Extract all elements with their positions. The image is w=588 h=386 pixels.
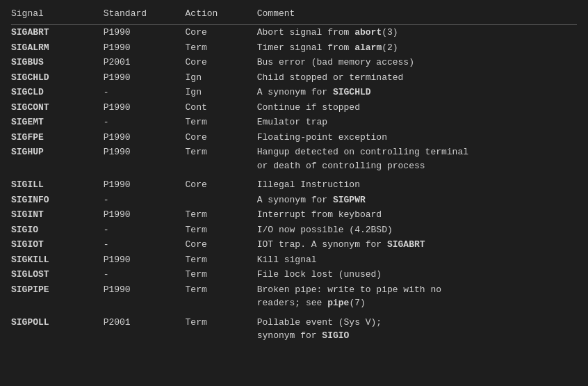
signal-standard: - — [104, 237, 186, 252]
signal-comment: Continue if stopped — [257, 100, 577, 115]
signal-standard: P2001 — [104, 55, 186, 70]
signal-standard: P1990 — [104, 207, 186, 223]
table-row: SIGCHLDP1990IgnChild stopped or terminat… — [11, 70, 577, 86]
signal-comment: I/O now possible (4.2BSD) — [257, 223, 577, 238]
signal-name: SIGINT — [11, 207, 104, 223]
signal-name: SIGCONT — [11, 100, 104, 115]
table-row: SIGPOLLP2001TermPollable event (Sys V); … — [11, 315, 577, 344]
signal-standard: P2001 — [104, 315, 186, 344]
signal-comment: Emulator trap — [257, 115, 577, 130]
signal-comment: Floating-point exception — [257, 130, 577, 145]
signal-action: Term — [186, 115, 257, 130]
col-header-standard: Standard — [104, 6, 186, 24]
table-row: SIGINFO-A synonym for SIGPWR — [11, 193, 577, 208]
signal-action: Term — [186, 315, 257, 344]
signal-comment: Kill signal — [257, 252, 577, 268]
signal-comment: A synonym for SIGPWR — [257, 193, 577, 208]
signal-comment: Bus error (bad memory access) — [257, 55, 577, 70]
signal-standard: P1990 — [104, 70, 186, 86]
signal-name: SIGALRM — [11, 40, 104, 56]
col-header-action: Action — [186, 6, 257, 24]
signal-action: Core — [186, 55, 257, 70]
main-container: Signal Standard Action Comment SIGABRTP1… — [0, 0, 588, 349]
signal-name: SIGEMT — [11, 115, 104, 130]
signal-comment: Child stopped or terminated — [257, 70, 577, 86]
signal-standard: P1990 — [104, 252, 186, 268]
signal-standard: - — [104, 85, 186, 100]
signal-comment: Timer signal from alarm(2) — [257, 40, 577, 56]
table-row: SIGCLD-IgnA synonym for SIGCHLD — [11, 85, 577, 100]
signal-name: SIGIOT — [11, 237, 104, 252]
table-row: SIGCONTP1990ContContinue if stopped — [11, 100, 577, 115]
signal-standard: P1990 — [104, 177, 186, 193]
signal-name: SIGPIPE — [11, 282, 104, 311]
table-row: SIGBUSP2001CoreBus error (bad memory acc… — [11, 55, 577, 70]
table-row: SIGEMT-TermEmulator trap — [11, 115, 577, 130]
signal-name: SIGILL — [11, 177, 104, 193]
signal-name: SIGPOLL — [11, 315, 104, 344]
table-row: SIGIOT-CoreIOT trap. A synonym for SIGAB… — [11, 237, 577, 252]
signal-standard: P1990 — [104, 145, 186, 173]
signal-action: Term — [186, 145, 257, 173]
table-row: SIGKILLP1990TermKill signal — [11, 252, 577, 268]
signal-comment: IOT trap. A synonym for SIGABRT — [257, 237, 577, 252]
signal-action: Term — [186, 40, 257, 56]
signal-standard: P1990 — [104, 100, 186, 115]
signal-name: SIGCLD — [11, 85, 104, 100]
signal-standard: P1990 — [104, 25, 186, 40]
signal-action: Term — [186, 207, 257, 223]
signal-standard: P1990 — [104, 40, 186, 56]
col-header-comment: Comment — [257, 6, 577, 24]
signal-standard: P1990 — [104, 130, 186, 145]
table-row: SIGFPEP1990CoreFloating-point exception — [11, 130, 577, 145]
table-row: SIGALRMP1990TermTimer signal from alarm(… — [11, 40, 577, 56]
table-row: SIGIO-TermI/O now possible (4.2BSD) — [11, 223, 577, 238]
signal-action: Term — [186, 223, 257, 238]
signal-comment: Hangup detected on controlling terminal … — [257, 145, 577, 173]
signal-table: Signal Standard Action Comment SIGABRTP1… — [11, 6, 577, 344]
signal-comment: Interrupt from keyboard — [257, 207, 577, 223]
table-row: SIGINTP1990TermInterrupt from keyboard — [11, 207, 577, 223]
signal-action: Core — [186, 177, 257, 193]
signal-name: SIGLOST — [11, 267, 104, 282]
table-row: SIGHUPP1990TermHangup detected on contro… — [11, 145, 577, 173]
signal-comment: A synonym for SIGCHLD — [257, 85, 577, 100]
signal-name: SIGKILL — [11, 252, 104, 268]
signal-name: SIGBUS — [11, 55, 104, 70]
signal-comment: Pollable event (Sys V); synonym for SIGI… — [257, 315, 577, 344]
signal-name: SIGHUP — [11, 145, 104, 173]
table-row: SIGPIPEP1990TermBroken pipe: write to pi… — [11, 282, 577, 311]
signal-name: SIGCHLD — [11, 70, 104, 86]
signal-action: Term — [186, 252, 257, 268]
signal-comment: File lock lost (unused) — [257, 267, 577, 282]
signal-standard: - — [104, 115, 186, 130]
table-row: SIGILLP1990CoreIllegal Instruction — [11, 177, 577, 193]
signal-comment: Broken pipe: write to pipe with no reade… — [257, 282, 577, 311]
signal-standard: P1990 — [104, 282, 186, 311]
signal-standard: - — [104, 267, 186, 282]
signal-action: Core — [186, 25, 257, 40]
signal-action: Cont — [186, 100, 257, 115]
signal-action: Term — [186, 282, 257, 311]
signal-action: Core — [186, 237, 257, 252]
signal-action: Ign — [186, 70, 257, 86]
signal-action: Term — [186, 267, 257, 282]
signal-name: SIGIO — [11, 223, 104, 238]
table-row: SIGABRTP1990CoreAbort signal from abort(… — [11, 25, 577, 40]
signal-standard: - — [104, 193, 186, 208]
table-row: SIGLOST-TermFile lock lost (unused) — [11, 267, 577, 282]
signal-comment: Abort signal from abort(3) — [257, 25, 577, 40]
signal-standard: - — [104, 223, 186, 238]
signal-action: Ign — [186, 85, 257, 100]
signal-action — [186, 193, 257, 208]
signal-name: SIGINFO — [11, 193, 104, 208]
signal-name: SIGFPE — [11, 130, 104, 145]
signal-comment: Illegal Instruction — [257, 177, 577, 193]
col-header-signal: Signal — [11, 6, 104, 24]
signal-action: Core — [186, 130, 257, 145]
signal-name: SIGABRT — [11, 25, 104, 40]
